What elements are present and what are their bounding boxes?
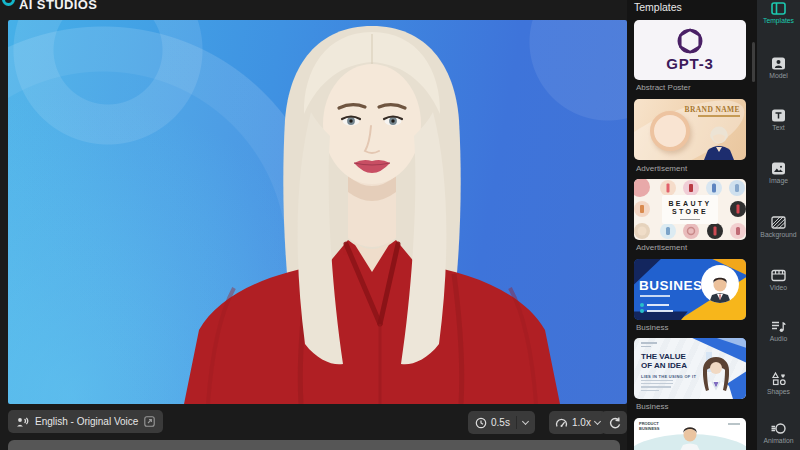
timeline-scrollbar[interactable] bbox=[8, 440, 620, 450]
template-category: Abstract Poster bbox=[636, 83, 691, 92]
chevron-down-icon bbox=[522, 417, 529, 424]
product-title: PRODUCT BUSINESS bbox=[639, 421, 659, 431]
contact-row bbox=[640, 303, 669, 307]
templates-icon bbox=[771, 2, 786, 15]
ai-avatar[interactable] bbox=[8, 20, 627, 404]
template-category: Business bbox=[636, 323, 668, 332]
clock-icon bbox=[475, 417, 487, 429]
decor-bar bbox=[680, 219, 700, 220]
presenter-figure bbox=[698, 124, 740, 160]
contact-row bbox=[640, 309, 673, 313]
template-card-product-business[interactable]: PRODUCT BUSINESS bbox=[634, 418, 746, 450]
template-card-value-of-an-idea[interactable]: THE VALUE OF AN IDEA LIES IN THE USING O… bbox=[634, 338, 746, 399]
sidebar-item-animation[interactable]: Animation bbox=[757, 422, 800, 444]
store-word: STORE bbox=[672, 208, 708, 217]
template-category: Advertisement bbox=[636, 164, 687, 173]
model-icon bbox=[771, 57, 786, 70]
video-canvas[interactable] bbox=[8, 20, 627, 404]
audio-icon bbox=[771, 319, 786, 333]
decor-paragraph-lines bbox=[641, 380, 673, 393]
background-icon bbox=[771, 216, 786, 229]
sidebar-item-model[interactable]: Model bbox=[757, 57, 800, 79]
pause-duration-button[interactable]: 0.5s bbox=[468, 411, 535, 434]
decor-header-lines bbox=[641, 342, 657, 349]
voice-selector-button[interactable]: English - Original Voice bbox=[8, 410, 163, 433]
gpt3-title: GPT-3 bbox=[666, 55, 713, 72]
idea-title: THE VALUE OF AN IDEA LIES IN THE USING O… bbox=[641, 352, 696, 381]
playback-speed-button[interactable]: 1.0x bbox=[549, 411, 606, 434]
open-voice-settings-icon bbox=[144, 416, 155, 427]
reset-icon bbox=[608, 416, 621, 429]
presenter-figure bbox=[675, 423, 705, 450]
template-card-business[interactable]: BUSINESS bbox=[634, 259, 746, 320]
app-window: AI STUDIOS bbox=[0, 0, 800, 450]
sidebar-item-video[interactable]: Video bbox=[757, 269, 800, 291]
beauty-store-title-box: BEAUTY STORE bbox=[662, 195, 718, 224]
voice-label: English - Original Voice bbox=[35, 416, 138, 427]
cosmetic-compact bbox=[650, 111, 690, 151]
shapes-icon bbox=[771, 371, 787, 386]
voice-icon bbox=[16, 416, 29, 428]
brand-title: BRAND NAME bbox=[685, 105, 740, 114]
reset-button[interactable] bbox=[601, 411, 627, 434]
ai-studios-logo-icon bbox=[2, 0, 15, 6]
sidebar-item-background[interactable]: Background bbox=[757, 216, 800, 238]
templates-panel: Templates GPT-3 Abstract Poster BRAND NA bbox=[627, 0, 757, 450]
animation-icon bbox=[771, 422, 786, 435]
brand-title: AI STUDIOS bbox=[19, 0, 97, 12]
speed-value: 1.0x bbox=[572, 417, 591, 428]
presenter-figure bbox=[694, 355, 738, 399]
sidebar-item-audio[interactable]: Audio bbox=[757, 319, 800, 342]
duration-value: 0.5s bbox=[491, 417, 510, 428]
image-icon bbox=[771, 162, 786, 175]
text-icon bbox=[771, 109, 786, 122]
beauty-word: BEAUTY bbox=[668, 200, 711, 209]
presenter-photo bbox=[701, 265, 739, 303]
decor-subtitle-bar bbox=[640, 295, 670, 297]
template-card-beauty-store[interactable]: BEAUTY STORE bbox=[634, 179, 746, 240]
template-category: Business bbox=[636, 402, 668, 411]
decor-bar bbox=[698, 115, 740, 117]
sidebar-item-templates[interactable]: Templates bbox=[757, 2, 800, 24]
template-card-brand-name[interactable]: BRAND NAME bbox=[634, 99, 746, 160]
divider bbox=[516, 416, 517, 429]
template-category: Advertisement bbox=[636, 243, 687, 252]
chevron-down-icon bbox=[594, 417, 601, 424]
top-bar: AI STUDIOS bbox=[0, 0, 627, 20]
sidebar-item-image[interactable]: Image bbox=[757, 162, 800, 184]
template-card-gpt3[interactable]: GPT-3 bbox=[634, 20, 746, 80]
templates-panel-header: Templates bbox=[634, 1, 682, 13]
decor-bar bbox=[728, 423, 740, 425]
gpt3-logo-icon bbox=[677, 28, 703, 54]
video-icon bbox=[771, 269, 786, 282]
speed-gauge-icon bbox=[555, 417, 568, 428]
sidebar-item-shapes[interactable]: Shapes bbox=[757, 371, 800, 395]
templates-scrollbar[interactable] bbox=[752, 42, 755, 82]
tools-sidebar: Templates Model Text Image bbox=[757, 0, 800, 450]
sidebar-item-text[interactable]: Text bbox=[757, 109, 800, 131]
